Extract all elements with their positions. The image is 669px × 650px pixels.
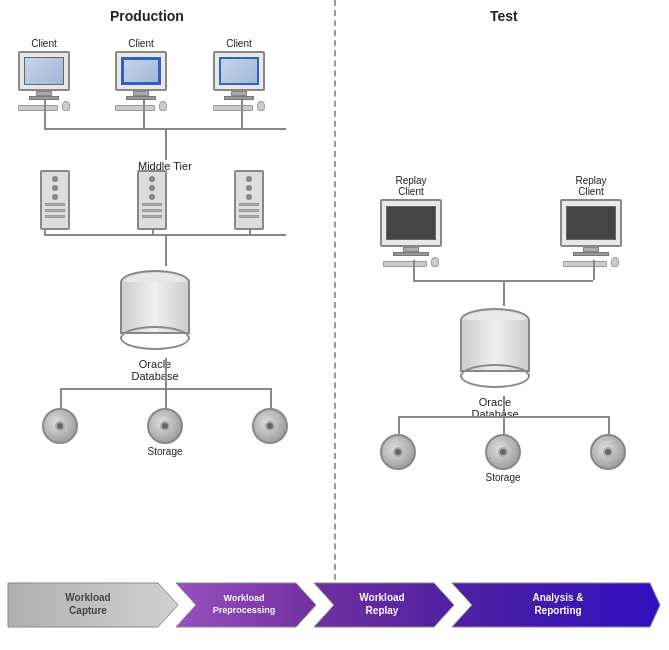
test-disk-2-icon [485,434,521,470]
test-disk-3 [590,434,626,470]
server-2-tower [137,170,167,230]
line-rc-to-db [503,280,505,306]
server-2-dot1 [149,176,155,182]
server-1-slot2 [45,209,65,212]
line-c2-down [143,100,145,128]
server-3-slot3 [239,215,259,218]
server-1-dot3 [52,194,58,200]
prod-db-label: OracleDatabase [131,358,178,382]
test-storage-label: Storage [485,472,520,483]
test-db-bottom [460,364,530,388]
test-disk-1-center [393,447,403,457]
server-2-dot2 [149,185,155,191]
prod-disk-1-center [55,421,65,431]
prod-disk-1 [42,408,78,444]
server-3-slot2 [239,209,259,212]
server-2-slot1 [142,203,162,206]
line-rc1-down [413,260,415,280]
client-3-monitor [213,51,265,91]
server-3-dot3 [246,194,252,200]
replay-client-2: ReplayClient [560,175,622,267]
client-1-monitor [18,51,70,91]
svg-text:Reporting: Reporting [534,605,581,616]
svg-text:Workload: Workload [65,592,110,603]
prod-disk-2: Storage [147,408,183,457]
line-s3-down [249,230,251,234]
test-header: Test [490,8,518,24]
client-2-base [126,96,156,100]
svg-text:Workload: Workload [224,593,265,603]
svg-text:Replay: Replay [366,605,399,616]
client-2-monitor [115,51,167,91]
line-s1-down [44,230,46,234]
replay-client-2-screen [566,206,616,240]
prod-db-cylinder [120,270,190,340]
line-prod-disk2-v [165,388,167,408]
test-db-cylinder [460,308,530,378]
test-disk-1-icon [380,434,416,470]
server-3-dot1 [246,176,252,182]
line-c3-down [241,100,243,128]
production-header: Production [110,8,184,24]
replay-client-2-base [573,252,609,256]
server-3-tower [234,170,264,230]
prod-disk-2-icon [147,408,183,444]
client-1-mouse [62,101,70,111]
prod-disk-3-icon [252,408,288,444]
server-2-dot3 [149,194,155,200]
line-rc2-down [593,260,595,280]
client-3-base [224,96,254,100]
replay-client-1: ReplayClient [380,175,442,267]
server-1-slot1 [45,203,65,206]
server-1 [40,170,70,230]
prod-storage-label: Storage [147,446,182,457]
line-clients-to-tier [165,128,167,160]
line-test-disk1-v [398,416,400,434]
client-2: Client [115,38,167,111]
svg-text:Analysis &: Analysis & [532,592,583,603]
client-2-mouse [159,101,167,111]
test-disk-2: Storage [485,434,521,483]
prod-disk-3-center [265,421,275,431]
server-1-dot2 [52,185,58,191]
line-c1-down [44,100,46,128]
prod-disk-1-icon [42,408,78,444]
client-2-label: Client [128,38,154,49]
server-1-slot3 [45,215,65,218]
client-3: Client [213,38,265,111]
client-3-keyboard [213,105,253,111]
line-client-h [44,128,286,130]
replay-client-1-base [393,252,429,256]
line-prod-disk1-v [60,388,62,408]
prod-database: OracleDatabase [120,270,190,382]
server-2 [137,170,167,230]
replay-client-1-keyboard [383,261,427,267]
replay-client-1-monitor [380,199,442,247]
line-prod-disk3-v [270,388,272,408]
server-3-slot1 [239,203,259,206]
client-3-mouse [257,101,265,111]
replay-client-2-mouse [611,257,619,267]
server-2-slot3 [142,215,162,218]
line-prod-db-to-storage [165,358,167,388]
line-test-disk2-v [503,416,505,434]
pipeline-svg: Workload Capture Workload Preprocessing … [0,575,669,635]
prod-db-bottom [120,326,190,350]
line-s2-down [152,230,154,234]
replay-client-1-label: ReplayClient [395,175,426,197]
line-test-db-to-storage [503,396,505,416]
server-2-slot2 [142,209,162,212]
section-divider [334,0,336,610]
test-database: OracleDatabase [460,308,530,420]
svg-text:Preprocessing: Preprocessing [213,605,276,615]
server-3 [234,170,264,230]
replay-client-2-monitor [560,199,622,247]
replay-client-2-label: ReplayClient [575,175,606,197]
client-2-keyboard [115,105,155,111]
prod-disk-3 [252,408,288,444]
client-1-keyboard [18,105,58,111]
line-test-disk3-v [608,416,610,434]
line-servers-to-db [165,234,167,266]
test-disk-1 [380,434,416,470]
server-1-dot1 [52,176,58,182]
